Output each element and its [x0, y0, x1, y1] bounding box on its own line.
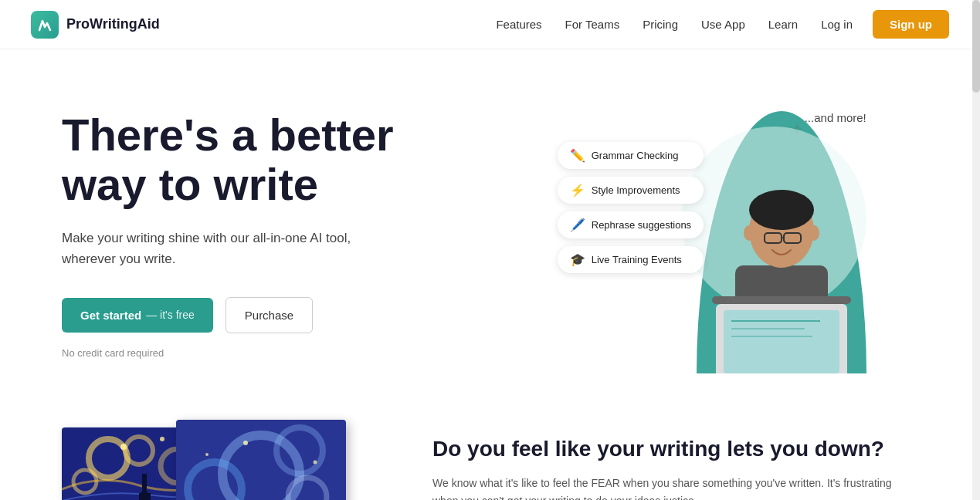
svg-point-12	[809, 225, 819, 241]
nav-for-teams[interactable]: For Teams	[565, 18, 620, 31]
purchase-button[interactable]: Purchase	[226, 297, 313, 333]
svg-point-7	[749, 190, 814, 230]
svg-point-35	[205, 453, 209, 456]
free-label: — it's free	[146, 309, 195, 321]
svg-point-21	[120, 444, 127, 450]
nav-use-app[interactable]: Use App	[701, 18, 745, 31]
navigation: ProWritingAid Features For Teams Pricing…	[0, 0, 980, 49]
logo-link[interactable]: ProWritingAid	[31, 11, 160, 39]
bottom-section: My idea in my head Do you feel like your…	[0, 404, 980, 500]
pill-training: 🎓 Live Training Events	[558, 246, 704, 273]
feature-pills: ✏️ Grammar Checking ⚡ Style Improvements…	[558, 142, 704, 273]
nav-learn[interactable]: Learn	[768, 18, 798, 31]
logo-icon	[31, 11, 59, 39]
bottom-left: My idea in my head	[62, 420, 386, 500]
login-button[interactable]: Log in	[813, 13, 860, 35]
svg-rect-3	[712, 296, 851, 304]
hero-illustration: ✏️ Grammar Checking ⚡ Style Improvements…	[558, 96, 866, 373]
pill-style: ⚡ Style Improvements	[558, 177, 704, 204]
signup-button[interactable]: Sign up	[873, 10, 949, 39]
bottom-right: Do you feel like your writing lets you d…	[432, 420, 918, 500]
hero-left: There's a better way to write Make your …	[62, 110, 475, 359]
nav-pricing[interactable]: Pricing	[643, 18, 678, 31]
hero-subtitle: Make your writing shine with our all-in-…	[62, 228, 371, 269]
style-icon: ⚡	[570, 183, 585, 198]
nav-links: Features For Teams Pricing Use App Learn	[496, 18, 798, 32]
svg-point-33	[243, 441, 248, 445]
svg-point-34	[314, 461, 317, 465]
hero-right: ✏️ Grammar Checking ⚡ Style Improvements…	[506, 88, 919, 381]
svg-rect-27	[142, 474, 147, 489]
brand-name: ProWritingAid	[66, 16, 160, 32]
svg-point-22	[160, 437, 164, 441]
get-started-button[interactable]: Get started — it's free	[62, 298, 213, 333]
svg-point-11	[744, 225, 754, 241]
section-title-text: Do you feel like your writing lets you d…	[432, 437, 884, 461]
grammar-icon: ✏️	[570, 148, 585, 163]
grammar-label: Grammar Checking	[592, 150, 679, 161]
section-body: We know what it's like to feel the FEAR …	[432, 475, 918, 500]
style-label: Style Improvements	[592, 184, 680, 196]
svg-rect-5	[724, 310, 839, 373]
scrollbar[interactable]	[972, 0, 980, 500]
painting-front	[176, 420, 346, 500]
scrollbar-thumb[interactable]	[972, 0, 980, 93]
rephrase-label: Rephrase suggestions	[592, 219, 691, 231]
hero-buttons: Get started — it's free Purchase	[62, 297, 475, 333]
get-started-label: Get started	[80, 309, 141, 322]
no-credit-text: No credit card required	[62, 347, 475, 359]
hero-section: There's a better way to write Make your …	[0, 49, 980, 404]
training-icon: 🎓	[570, 252, 585, 267]
training-label: Live Training Events	[592, 254, 682, 265]
pill-rephrase: 🖊️ Rephrase suggestions	[558, 211, 704, 238]
nav-features[interactable]: Features	[496, 18, 541, 31]
hero-title: There's a better way to write	[62, 110, 475, 209]
paintings-stack: My idea in my head	[62, 420, 340, 500]
section-title: Do you feel like your writing lets you d…	[432, 435, 918, 462]
rephrase-icon: 🖊️	[570, 218, 585, 232]
pill-grammar: ✏️ Grammar Checking	[558, 142, 704, 169]
